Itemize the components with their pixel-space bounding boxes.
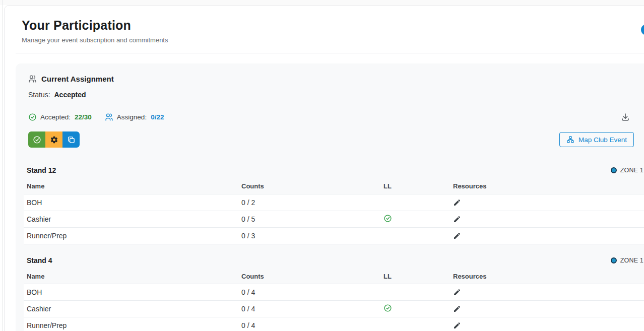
cell-counts: 0 / 3 [238, 227, 380, 244]
cell-counts: 0 / 4 [238, 284, 380, 301]
assigned-stat: Assigned: 0/22 [105, 113, 164, 121]
cell-ll [380, 284, 450, 301]
cell-resources [450, 227, 644, 244]
table-row: BOH0 / 2 [24, 194, 644, 211]
column-header: LL [380, 179, 450, 194]
column-header: Resources [450, 179, 644, 194]
cell-counts: 0 / 5 [238, 211, 380, 227]
action-button-group [28, 131, 80, 148]
accepted-value: 22/30 [75, 113, 92, 121]
cell-ll [380, 227, 450, 244]
page-header: Your Participation Manage your event sub… [5, 6, 644, 44]
assigned-value: 0/22 [151, 113, 164, 121]
zone-indicator [611, 257, 617, 263]
settings-button[interactable] [45, 131, 62, 148]
cell-name: BOH [24, 194, 238, 211]
stand-section: Stand 4 ZONE 1 NameCountsLLResources BOH… [24, 256, 643, 331]
cell-counts: 0 / 4 [238, 301, 380, 317]
cell-name: Runner/Prep [24, 317, 238, 331]
map-club-event-label: Map Club Event [578, 136, 627, 144]
check-circle-icon [383, 304, 392, 312]
cell-ll [380, 317, 450, 331]
pencil-icon [453, 198, 461, 207]
table-row: BOH0 / 4 [24, 284, 644, 301]
cell-name: Cashier [24, 301, 238, 317]
table-header-row: NameCountsLLResources [24, 269, 644, 284]
cell-name: BOH [24, 284, 238, 301]
edit-resources-button[interactable] [453, 321, 461, 329]
assignment-heading-row: Current Assignment [28, 75, 644, 83]
map-club-event-button[interactable]: Map Club Event [559, 132, 634, 147]
copy-icon [67, 136, 76, 144]
stand-table: NameCountsLLResources BOH0 / 2Cashier0 /… [24, 179, 644, 244]
cell-counts: 0 / 4 [238, 317, 380, 331]
zone-indicator [611, 167, 617, 173]
pencil-icon [453, 215, 461, 223]
check-circle-icon [383, 214, 392, 223]
pencil-icon [453, 305, 461, 313]
table-row: Cashier0 / 5 [24, 211, 644, 227]
stands: Stand 12 ZONE 1 NameCountsLLResources BO… [16, 166, 644, 331]
edit-resources-button[interactable] [453, 305, 461, 313]
stand-table: NameCountsLLResources BOH0 / 4Cashier0 /… [24, 269, 644, 331]
cell-name: Cashier [24, 211, 238, 227]
panel-divider [3, 0, 3, 331]
pencil-icon [453, 288, 461, 296]
accept-button[interactable] [28, 131, 45, 148]
cell-resources [450, 284, 644, 301]
column-header: Counts [238, 179, 380, 194]
status-line: Status: Accepted [28, 91, 644, 99]
table-header-row: NameCountsLLResources [24, 179, 644, 194]
check-circle-icon [33, 136, 41, 144]
column-header: Name [24, 179, 238, 194]
assignment-summary: Current Assignment Status: Accepted Acce… [16, 63, 644, 148]
column-header: Resources [450, 269, 644, 284]
stand-section: Stand 12 ZONE 1 NameCountsLLResources BO… [24, 166, 643, 244]
export-button[interactable] [621, 112, 630, 121]
zone-label: ZONE 1 [620, 257, 643, 264]
cell-resources [450, 211, 644, 227]
gear-icon [50, 136, 58, 144]
copy-button[interactable] [62, 131, 80, 148]
sitemap-icon [566, 136, 574, 144]
cell-ll [380, 211, 450, 227]
edit-resources-button[interactable] [453, 198, 461, 207]
stand-name: Stand 4 [24, 256, 52, 264]
page-title: Your Participation [22, 18, 644, 33]
table-row: Cashier0 / 4 [24, 301, 644, 317]
cell-name: Runner/Prep [24, 227, 238, 244]
header-divider [16, 53, 644, 53]
column-header: LL [380, 269, 450, 284]
pencil-icon [453, 321, 461, 329]
pencil-icon [453, 232, 461, 240]
download-icon [621, 112, 630, 121]
edit-resources-button[interactable] [453, 215, 461, 223]
cell-ll [380, 194, 450, 211]
edit-resources-button[interactable] [453, 232, 461, 240]
cell-counts: 0 / 2 [238, 194, 380, 211]
column-header: Name [24, 269, 238, 284]
stand-header: Stand 4 ZONE 1 [24, 256, 643, 264]
assigned-label: Assigned: [117, 113, 147, 121]
edit-resources-button[interactable] [453, 288, 461, 296]
actions-row: Map Club Event [28, 131, 644, 148]
stand-name: Stand 12 [24, 166, 56, 174]
page-subtitle: Manage your event subscription and commi… [22, 36, 644, 44]
zone-badge: ZONE 1 [611, 167, 643, 174]
table-row: Runner/Prep0 / 4 [24, 317, 644, 331]
people-icon [105, 113, 113, 121]
check-circle-icon [28, 113, 37, 121]
status-value: Accepted [54, 91, 86, 99]
accepted-stat: Accepted: 22/30 [28, 113, 92, 121]
table-row: Runner/Prep0 / 3 [24, 227, 644, 244]
top-strip [0, 0, 644, 5]
cell-resources [450, 317, 644, 331]
participation-card: Your Participation Manage your event sub… [4, 5, 644, 331]
stand-header: Stand 12 ZONE 1 [24, 166, 643, 174]
cell-resources [450, 301, 644, 317]
column-header: Counts [238, 269, 380, 284]
status-label: Status: [28, 91, 50, 99]
people-icon [28, 75, 37, 83]
zone-label: ZONE 1 [620, 167, 643, 174]
current-assignment-card: Current Assignment Status: Accepted Acce… [16, 63, 644, 331]
